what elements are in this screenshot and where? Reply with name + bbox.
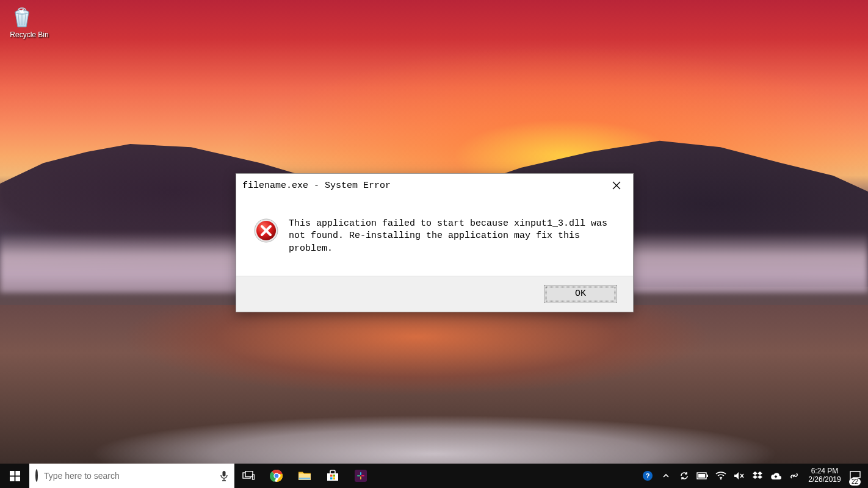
file-explorer-button[interactable] bbox=[291, 464, 319, 488]
taskbar-search[interactable] bbox=[29, 464, 234, 488]
slack-button[interactable] bbox=[347, 464, 375, 488]
chrome-icon bbox=[270, 469, 283, 483]
dropbox-tray-button[interactable] bbox=[748, 464, 767, 488]
desktop-icon-recycle-bin[interactable]: Recycle Bin bbox=[10, 5, 49, 39]
close-button[interactable] bbox=[606, 178, 627, 193]
dialog-titlebar[interactable]: filename.exe - System Error bbox=[236, 174, 633, 197]
svg-rect-24 bbox=[361, 475, 364, 476]
notification-badge: 22 bbox=[849, 478, 861, 486]
svg-point-30 bbox=[720, 478, 722, 480]
get-help-button[interactable]: ? bbox=[638, 464, 657, 488]
search-input[interactable] bbox=[43, 470, 215, 481]
svg-rect-3 bbox=[10, 471, 15, 476]
action-center-button[interactable]: 22 bbox=[846, 464, 864, 488]
dialog-footer: OK bbox=[236, 276, 633, 312]
svg-rect-10 bbox=[253, 475, 255, 479]
wallpaper-snow bbox=[0, 415, 868, 464]
svg-rect-6 bbox=[15, 476, 20, 481]
dialog-body: This application failed to start because… bbox=[236, 197, 633, 276]
close-icon bbox=[612, 181, 621, 190]
onedrive-tray-button[interactable] bbox=[675, 464, 693, 488]
ms-store-button[interactable] bbox=[319, 464, 347, 488]
svg-rect-21 bbox=[360, 472, 361, 475]
svg-rect-7 bbox=[223, 471, 226, 476]
ok-button[interactable]: OK bbox=[544, 285, 617, 303]
start-button[interactable] bbox=[0, 464, 29, 488]
battery-tray-button[interactable] bbox=[693, 464, 712, 488]
svg-rect-18 bbox=[330, 478, 333, 480]
usb-link-icon bbox=[789, 471, 799, 481]
dropbox-icon bbox=[753, 472, 762, 480]
volume-muted-icon bbox=[734, 472, 745, 480]
taskbar-spacer bbox=[375, 464, 638, 488]
taskbar: ? 6:24 PM 2/26/2019 bbox=[0, 464, 868, 488]
cloud-upload-icon bbox=[770, 472, 781, 480]
svg-rect-22 bbox=[357, 475, 360, 476]
task-view-button[interactable] bbox=[234, 464, 262, 488]
svg-rect-9 bbox=[245, 472, 253, 477]
svg-rect-15 bbox=[299, 478, 310, 479]
svg-rect-4 bbox=[15, 471, 20, 476]
chrome-button[interactable] bbox=[262, 464, 291, 488]
desktop-icon-label: Recycle Bin bbox=[10, 30, 49, 39]
help-icon: ? bbox=[642, 470, 653, 481]
taskbar-clock[interactable]: 6:24 PM 2/26/2019 bbox=[803, 467, 846, 484]
store-icon bbox=[326, 470, 339, 482]
svg-text:?: ? bbox=[646, 472, 650, 479]
sync-icon bbox=[679, 471, 689, 481]
svg-rect-5 bbox=[10, 476, 15, 481]
show-desktop-button[interactable] bbox=[864, 464, 868, 488]
system-error-dialog: filename.exe - System Error This applica… bbox=[236, 173, 634, 312]
recycle-bin-icon bbox=[10, 5, 49, 29]
svg-rect-28 bbox=[707, 475, 708, 477]
dialog-title: filename.exe - System Error bbox=[242, 181, 606, 191]
clock-date: 2/26/2019 bbox=[803, 476, 846, 484]
clock-time: 6:24 PM bbox=[803, 467, 846, 476]
error-icon bbox=[253, 218, 279, 243]
svg-rect-23 bbox=[360, 476, 361, 479]
svg-rect-17 bbox=[333, 475, 336, 477]
svg-rect-16 bbox=[330, 475, 333, 477]
folder-icon bbox=[298, 470, 311, 481]
microphone-icon[interactable] bbox=[220, 470, 228, 481]
svg-rect-20 bbox=[355, 470, 367, 482]
svg-rect-29 bbox=[698, 474, 705, 478]
task-view-icon bbox=[242, 471, 255, 481]
cortana-icon bbox=[35, 470, 38, 481]
volume-tray-button[interactable] bbox=[730, 464, 748, 488]
dialog-message: This application failed to start because… bbox=[289, 218, 616, 255]
cloud-tray-button[interactable] bbox=[767, 464, 785, 488]
battery-icon bbox=[696, 472, 709, 479]
windows-logo-icon bbox=[10, 471, 20, 481]
slack-icon bbox=[355, 470, 367, 482]
chevron-up-icon bbox=[662, 472, 670, 479]
device-tray-button[interactable] bbox=[785, 464, 803, 488]
wifi-icon bbox=[715, 472, 726, 480]
wifi-tray-button[interactable] bbox=[712, 464, 730, 488]
system-tray: ? 6:24 PM 2/26/2019 bbox=[638, 464, 868, 488]
svg-rect-19 bbox=[333, 478, 336, 480]
tray-overflow-button[interactable] bbox=[657, 464, 675, 488]
